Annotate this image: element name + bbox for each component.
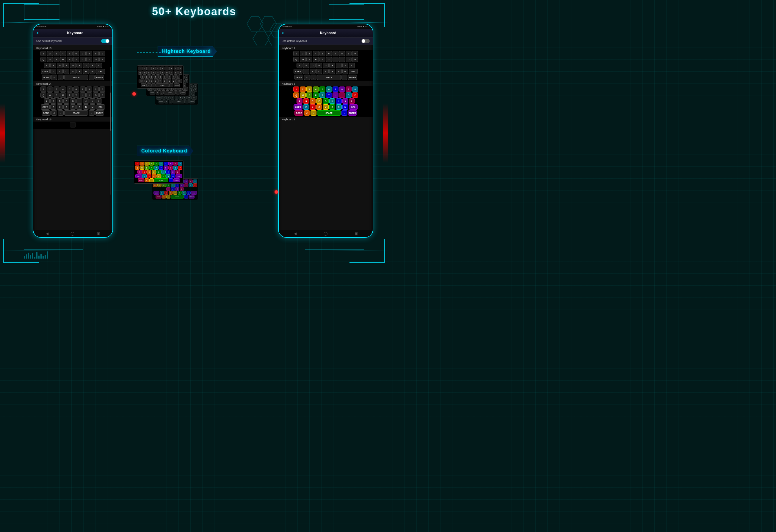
key-7[interactable]: 7 xyxy=(80,51,86,56)
back-button-left[interactable]: < xyxy=(36,31,39,35)
key-r[interactable]: R xyxy=(60,57,66,62)
key-6[interactable]: 6 xyxy=(73,51,79,56)
key-caps[interactable]: CAPS xyxy=(41,69,50,74)
colored-mini-kb-front: 1234567890 QWERTYUIOP ASDFGHJKL CAPSZXCV… xyxy=(134,161,184,184)
carrier-right: Vodafone xyxy=(282,25,292,28)
key-space[interactable]: SPACE xyxy=(64,75,88,80)
toggle-label-left: Use default keyboard xyxy=(36,39,61,42)
hex-decoration xyxy=(242,15,284,52)
key-j[interactable]: J xyxy=(83,63,89,68)
keyboard-7-label: Keyboard 7 xyxy=(279,45,373,50)
corner-decoration-br xyxy=(350,239,385,263)
key-c[interactable]: C xyxy=(63,69,69,74)
key-3[interactable]: 3 xyxy=(53,51,59,56)
key-1[interactable]: 1 xyxy=(40,51,46,56)
key-w[interactable]: W xyxy=(47,57,53,62)
toggle-label-right: Use default keyboard xyxy=(282,39,307,42)
key-7-14[interactable]: 7 xyxy=(80,86,86,92)
keyboard-title-right: Keyboard xyxy=(286,31,370,35)
key-v[interactable]: V xyxy=(70,69,76,74)
key-t[interactable]: T xyxy=(67,57,72,62)
key-b[interactable]: B xyxy=(76,69,82,74)
key-n[interactable]: N xyxy=(83,69,89,74)
key-s[interactable]: S xyxy=(50,63,56,68)
svg-marker-3 xyxy=(253,31,269,46)
key-2-14[interactable]: 2 xyxy=(47,86,53,92)
key-g[interactable]: G xyxy=(70,63,76,68)
keyboard-14: 1234567890 QWERTYUIOP ASDFGHJKL CAPSZXCV… xyxy=(33,86,113,117)
key-9-14[interactable]: 9 xyxy=(93,86,99,92)
page-title: 50+ Keyboards xyxy=(152,5,236,18)
keyboard-header-left: < Keyboard xyxy=(33,29,113,37)
nav-home-icon-right[interactable]: ◯ xyxy=(324,232,328,236)
key-f[interactable]: F xyxy=(63,63,69,68)
phone-left: Vodafone 100+ ● 4:42 < Keyboard Use defa… xyxy=(33,24,113,238)
key-4-14[interactable]: 4 xyxy=(60,86,66,92)
key-5[interactable]: 5 xyxy=(67,51,72,56)
key-z[interactable]: Z xyxy=(50,69,56,74)
key-p[interactable]: P xyxy=(100,57,105,62)
keyboard-7: 1234567890 QWERTYUIOP ASDFGHJKL CAPSZXCV… xyxy=(279,50,373,81)
key-q[interactable]: Q xyxy=(40,57,46,62)
svg-marker-0 xyxy=(247,16,263,31)
bottom-circuit xyxy=(6,257,382,257)
keyboard-title-left: Keyboard xyxy=(41,31,110,35)
key-u[interactable]: U xyxy=(80,57,86,62)
key-8[interactable]: 8 xyxy=(86,51,92,56)
key-2[interactable]: 2 xyxy=(47,51,53,56)
nav-back-icon[interactable]: ◀ xyxy=(46,232,48,236)
corner-decoration-tr xyxy=(350,3,385,27)
keyboard-8-label: Keyboard 8 xyxy=(279,81,373,86)
key-comma[interactable]: , xyxy=(58,75,64,80)
key-1-14[interactable]: 1 xyxy=(40,86,46,92)
nav-recents-icon-right[interactable]: ▣ xyxy=(355,232,358,236)
battery-time-right: 100+ ● 5:07 xyxy=(357,25,370,28)
key-h[interactable]: H xyxy=(76,63,82,68)
key-y[interactable]: Y xyxy=(73,57,79,62)
title-decoration xyxy=(24,4,59,5)
back-button-right[interactable]: < xyxy=(282,31,284,35)
status-bar-right: Vodafone 100+ ● 5:07 xyxy=(279,24,373,29)
key-i[interactable]: I xyxy=(86,57,92,62)
key-m[interactable]: M xyxy=(89,69,95,74)
mini-kb-front: 1234567890 QWERTYUIOP ASDFGHJKL CAPSZXCV… xyxy=(137,65,184,88)
red-accent-left xyxy=(0,103,5,163)
key-x[interactable]: X xyxy=(57,69,63,74)
key-a[interactable]: A xyxy=(44,63,50,68)
key-done[interactable]: DONE xyxy=(42,75,50,80)
phone-bottom-nav-right: ◀ ◯ ▣ xyxy=(279,230,373,237)
title-decoration xyxy=(364,4,364,21)
key-8-14[interactable]: 8 xyxy=(86,86,92,92)
key-dot[interactable]: . xyxy=(88,75,94,80)
nav-back-icon-right[interactable]: ◀ xyxy=(294,232,297,236)
key-3-14[interactable]: 3 xyxy=(53,86,59,92)
keyboard-9-label: Keyboard 9 xyxy=(279,117,373,121)
keyboard-15-label: Keyboard 15 xyxy=(33,117,113,121)
key-hash[interactable]: # xyxy=(51,75,57,80)
nav-recents-icon[interactable]: ▣ xyxy=(96,232,100,236)
key-del[interactable]: DEL xyxy=(96,69,105,74)
key-9[interactable]: 9 xyxy=(93,51,99,56)
carrier-left: Vodafone xyxy=(36,25,46,28)
keyboard-header-right: < Keyboard xyxy=(279,29,373,37)
phone-right: Vodafone 100+ ● 5:07 < Keyboard Use defa… xyxy=(278,24,373,238)
nav-home-icon[interactable]: ◯ xyxy=(70,232,74,236)
key-k[interactable]: K xyxy=(89,63,95,68)
key-0[interactable]: 0 xyxy=(100,51,105,56)
key-l[interactable]: L xyxy=(96,63,102,68)
connection-dot-colored xyxy=(274,190,278,194)
key-d[interactable]: D xyxy=(57,63,63,68)
key-0-14[interactable]: 0 xyxy=(100,86,105,92)
key-6-14[interactable]: 6 xyxy=(73,86,79,92)
key-enter[interactable]: ENTER xyxy=(95,75,104,80)
waveform-decoration xyxy=(24,250,48,259)
toggle-switch-right[interactable] xyxy=(361,39,370,43)
neon-line xyxy=(350,22,388,23)
key-5-14[interactable]: 5 xyxy=(67,86,72,92)
key-o[interactable]: O xyxy=(93,57,99,62)
toggle-switch-left[interactable] xyxy=(101,39,110,43)
key-e[interactable]: E xyxy=(53,57,59,62)
key-4[interactable]: 4 xyxy=(60,51,66,56)
keyboard-13: 1234567890 QWERTYUIOP ASDFGHJKL CAPSZXCV… xyxy=(33,50,113,81)
scroll-bar-left[interactable] xyxy=(110,67,111,195)
